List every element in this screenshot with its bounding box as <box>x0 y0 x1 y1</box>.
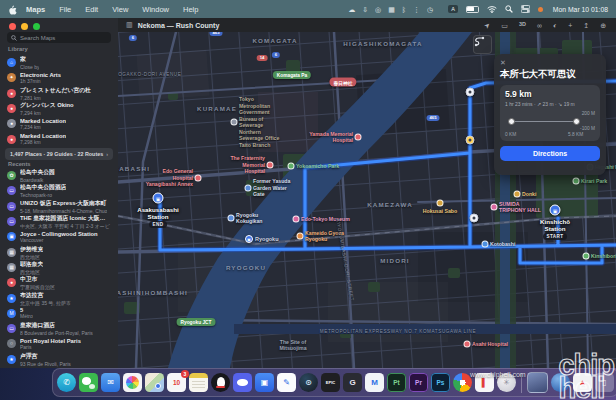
search-input[interactable]: Search Maps <box>7 32 111 43</box>
recent-item[interactable]: ▭皇家港口酒店8 Boulevard de Port-Royal, Paris <box>0 321 118 336</box>
ryogoku-station-icon[interactable]: ▣ <box>245 235 253 243</box>
menu-bar-clock[interactable]: Mon Mar 10 01:08 <box>553 6 608 13</box>
flyover-card-icon[interactable]: ▭ <box>501 22 508 29</box>
route-waypoint-marker[interactable] <box>466 136 475 145</box>
poi-text: Asahi Hospital <box>472 341 508 348</box>
map-pill-badge[interactable]: Komagata Pa <box>273 71 311 79</box>
qq-dock-icon[interactable] <box>211 373 230 392</box>
star-icon: ★ <box>7 294 16 303</box>
notes-dock-icon[interactable] <box>189 373 208 392</box>
route-overview-button[interactable] <box>473 35 492 54</box>
3d-mode-icon[interactable]: 3D <box>519 22 526 29</box>
library-item[interactable]: ⌂家Close by <box>0 55 118 70</box>
goodnotes-dock-icon[interactable]: ✎ <box>277 373 296 392</box>
recent-item[interactable]: ★卢浮宫93 Rue de Rivoli, Paris <box>0 352 118 367</box>
status-icon[interactable]: ☁ <box>348 6 355 13</box>
menu-file[interactable]: File <box>59 5 71 14</box>
status-icon[interactable]: ◎ <box>375 6 381 13</box>
status-icon[interactable]: ᛒ <box>402 6 406 13</box>
recent-item[interactable]: ▭THE 皇家花园酒店 Iconic 大阪御堂筋中央区, 大阪市 平野町 4 丁… <box>0 214 118 229</box>
recent-item[interactable]: ▭UNIZO 饭店 Express-大阪南本町5-18, Minamihonma… <box>0 199 118 214</box>
status-icon[interactable]: ⋮ <box>413 6 420 13</box>
window-controls[interactable] <box>9 23 40 30</box>
add-place-icon[interactable]: ⊕ <box>600 22 606 29</box>
spotlight-search-icon[interactable] <box>505 5 513 13</box>
status-icon[interactable]: ◷ <box>427 6 433 13</box>
kirari-park-icon <box>573 178 580 185</box>
video-meeting-app-dock-icon[interactable]: ▣ <box>255 373 274 392</box>
mweb-dock-icon[interactable]: M <box>365 373 384 392</box>
look-around-binoculars-icon[interactable]: ∞ <box>537 22 542 29</box>
route-waypoint-marker[interactable] <box>466 88 475 97</box>
control-center-icon[interactable] <box>521 5 530 13</box>
menu-help[interactable]: Help <box>183 5 198 14</box>
library-item[interactable]: ●プレミストせんだい宮の杜7,281 km <box>0 86 118 101</box>
recent-item[interactable]: ★布达拉宫北京中路 35 号, 拉萨市 <box>0 290 118 305</box>
mail-dock-icon[interactable]: ✉ <box>101 373 120 392</box>
menu-maps[interactable]: Maps <box>26 5 45 14</box>
recent-item[interactable]: ○Port Royal Hotel ParisParis <box>0 336 118 351</box>
close-window-button[interactable] <box>9 23 16 30</box>
minimize-window-button[interactable] <box>21 23 28 30</box>
places-guides-routes-banner[interactable]: 1,497 Places · 29 Guides · 22 Routes › <box>5 148 113 160</box>
photos-dock-icon[interactable] <box>123 373 142 392</box>
recent-item[interactable]: M5Métro <box>0 306 118 321</box>
slider-handle-end[interactable] <box>573 118 580 125</box>
map-pill-badge[interactable]: 春日神社 <box>329 78 356 87</box>
recent-item[interactable]: ▣Joyce - Collingwood StationVancouver <box>0 229 118 244</box>
apple-menu-icon[interactable] <box>8 4 17 15</box>
steam-dock-icon[interactable]: ⊙ <box>299 373 318 392</box>
zoom-window-button[interactable] <box>33 23 40 30</box>
district-label: HIGASHINIHOMBASHI <box>118 289 188 296</box>
recent-item[interactable]: ✿松岛中央公园Boardwalk <box>0 168 118 183</box>
distance-start-label: 0 KM <box>505 132 516 137</box>
dock[interactable]: ✆✉103▣✎⊙EPICGMPtPrPs▌✳▲▯ <box>52 368 616 397</box>
recent-item[interactable]: ●中卫市宁夏回族自治区 <box>0 275 118 290</box>
map-pill-badge[interactable]: Ryogoku JCT <box>177 318 216 326</box>
status-icon[interactable]: ⇩ <box>362 6 368 13</box>
library-item[interactable]: ●グレンパレス Okino7,294 km <box>0 101 118 116</box>
asakusabashi-station-icon[interactable]: ▣ <box>153 193 164 204</box>
gog-galaxy-dock-icon[interactable]: G <box>343 373 362 392</box>
recent-item[interactable]: ▦伊努维克西北地区 <box>0 244 118 259</box>
menu-edit[interactable]: Edit <box>85 5 98 14</box>
appearance-icon[interactable]: ◐ <box>553 22 557 29</box>
menu-window[interactable]: Window <box>142 5 169 14</box>
share-icon[interactable]: ↥ <box>583 22 589 29</box>
hotel-icon: ▭ <box>7 217 16 226</box>
calendar-dock-icon[interactable]: 103 <box>167 373 186 392</box>
locate-arrow-icon[interactable]: ➤ <box>483 20 492 29</box>
epic-games-dock-icon[interactable]: EPIC <box>321 373 340 392</box>
route-waypoint-marker[interactable] <box>470 214 479 223</box>
wechat-dock-icon[interactable] <box>79 373 98 392</box>
kinshicho-station-icon[interactable]: ▣ <box>550 205 561 216</box>
input-source-icon[interactable]: A <box>448 5 458 13</box>
pin-icon: ● <box>7 278 16 287</box>
slider-handle-start[interactable] <box>508 118 515 125</box>
elevation-slider[interactable] <box>507 117 593 125</box>
library-item[interactable]: ●Marked Location7,234 km <box>0 116 118 131</box>
pt-app-dock-icon[interactable]: Pt <box>387 373 406 392</box>
facetime-dock-icon[interactable]: ✆ <box>57 373 76 392</box>
item-subtitle: Vancouver <box>20 237 98 243</box>
minimized-window-dock-icon[interactable] <box>527 372 548 393</box>
recent-item[interactable]: ▭松岛中央公园酒店Technopark-ro <box>0 183 118 198</box>
maps-dock-icon[interactable] <box>145 373 164 392</box>
status-icon[interactable]: ▦ <box>388 6 395 13</box>
menu-view[interactable]: View <box>112 5 128 14</box>
zoom-in-icon[interactable]: + <box>568 22 572 29</box>
item-title: 布达拉宫 <box>20 291 71 300</box>
library-item[interactable]: ✦Electronic Arts1h 37min <box>0 70 118 85</box>
sidebar-toggle-icon[interactable]: ▥ <box>126 21 133 29</box>
close-panel-button[interactable]: ✕ <box>500 59 600 66</box>
library-item[interactable]: ●Marked Location7,298 km <box>0 131 118 146</box>
photoshop-dock-icon[interactable]: Ps <box>431 373 450 392</box>
item-subtitle: 宁夏回族自治区 <box>20 284 55 290</box>
recent-item[interactable]: ▦耶洛奈夫西北地区 <box>0 260 118 275</box>
discord-dock-icon[interactable] <box>233 373 252 392</box>
item-title: 卢浮宫 <box>20 352 71 361</box>
route-shield: 465 <box>427 115 440 121</box>
directions-button[interactable]: Directions <box>500 146 600 161</box>
wifi-icon[interactable] <box>487 5 497 13</box>
premiere-dock-icon[interactable]: Pr <box>409 373 428 392</box>
